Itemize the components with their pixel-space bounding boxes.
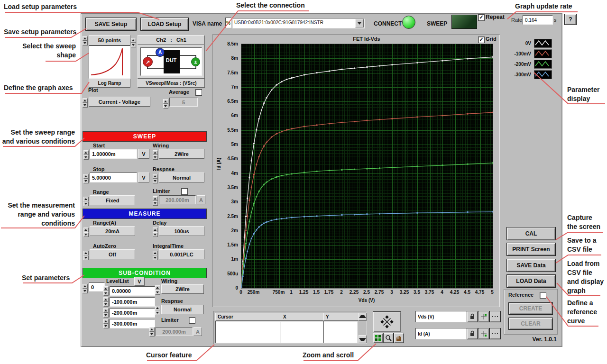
spinner[interactable] xyxy=(83,197,89,206)
cal-button[interactable]: CAL xyxy=(506,227,556,240)
y-tick-label: 1.5m xyxy=(227,242,238,247)
cursor-y-readout[interactable]: Id (A) xyxy=(415,328,468,339)
hand-icon xyxy=(395,335,402,341)
spinner[interactable] xyxy=(153,150,158,160)
plot-type-selector[interactable]: Current - Voltage xyxy=(89,97,150,107)
cursor-lock-button-x[interactable] xyxy=(467,311,478,322)
spinner[interactable] xyxy=(83,284,88,293)
grid-checkbox[interactable] xyxy=(478,36,485,43)
spinner[interactable] xyxy=(103,297,109,307)
level-field-3[interactable]: -300.000m xyxy=(110,319,155,328)
repeat-checkbox[interactable] xyxy=(478,14,485,21)
cursor-marker-button-x[interactable] xyxy=(489,311,501,322)
cursor-x-readout[interactable]: Vds (V) xyxy=(415,311,468,322)
spinner[interactable] xyxy=(163,99,168,109)
measure-range-label: Range(A) xyxy=(93,220,116,226)
reference-checkbox[interactable] xyxy=(540,292,546,299)
cursor-marker-button-y[interactable] xyxy=(489,328,501,339)
cursor-scroll-down-icon[interactable] xyxy=(359,335,367,343)
points-selector[interactable]: 50 points xyxy=(89,35,130,46)
level-field-1[interactable]: -100.000m xyxy=(110,297,155,307)
x-axis-label: Vds (V) xyxy=(336,298,397,303)
spinner[interactable] xyxy=(103,319,109,328)
repeat-label: Repeat xyxy=(486,14,505,20)
visa-name-combo[interactable]: USB0:0x0B21:0x002C:91G817942:INSTR xyxy=(232,18,365,28)
sweep-wiring-selector[interactable]: 2Wire xyxy=(159,149,204,159)
spinner[interactable] xyxy=(155,285,160,295)
spinner[interactable] xyxy=(153,228,158,237)
save-setup-button[interactable]: SAVE Setup xyxy=(85,18,137,31)
cursor-mover-button[interactable] xyxy=(373,311,401,332)
subcondition-index-field[interactable]: 0 xyxy=(89,282,105,291)
measure-delay-selector[interactable]: 100us xyxy=(159,226,204,236)
annotation-save-setup: Save setup parameters xyxy=(4,27,76,36)
legend-swatch[interactable] xyxy=(534,39,552,48)
spinner[interactable] xyxy=(83,36,88,46)
sweep-shape-preview[interactable] xyxy=(89,46,130,79)
x-tick-label: 3.5 xyxy=(414,290,420,295)
spinner[interactable] xyxy=(153,251,158,260)
cursor-scroll-up-icon[interactable] xyxy=(359,313,367,321)
levellist-unit[interactable]: V xyxy=(134,277,145,286)
create-button[interactable]: CREATE xyxy=(508,302,553,315)
cursor-style-button-y[interactable] xyxy=(478,328,489,339)
spinner[interactable] xyxy=(149,327,155,337)
spinner[interactable] xyxy=(83,150,89,160)
cursor-style-button-x[interactable] xyxy=(478,311,489,322)
sweep-start-unit: V xyxy=(138,149,149,159)
chevron-down-icon[interactable] xyxy=(355,19,364,27)
spinner[interactable] xyxy=(153,174,158,183)
spinner[interactable] xyxy=(83,174,89,183)
spinner[interactable] xyxy=(103,286,109,296)
cursor-lock-button-y[interactable] xyxy=(467,328,478,339)
legend-swatch[interactable] xyxy=(534,70,552,79)
spinner[interactable] xyxy=(155,306,160,315)
average-field[interactable]: 5 xyxy=(169,98,198,107)
level-field-0[interactable]: 0.00000 xyxy=(110,286,155,296)
pan-tool-button[interactable] xyxy=(394,333,404,343)
spinner[interactable] xyxy=(153,196,158,206)
sweep-start-field[interactable]: 1.00000m xyxy=(90,149,137,159)
sweep-range-selector[interactable]: Fixed xyxy=(90,195,135,205)
rate-field[interactable]: 0.164 xyxy=(523,15,553,25)
measure-integraltime-selector[interactable]: 0.001PLC xyxy=(159,249,204,259)
load-data-button[interactable]: LOAD Data xyxy=(506,274,556,288)
x-tick-label: 3 xyxy=(390,290,393,295)
cursor-name-cell[interactable] xyxy=(215,321,281,343)
spinner[interactable] xyxy=(131,38,136,47)
sweep-response-selector[interactable]: Normal xyxy=(159,173,204,182)
measure-autozero-selector[interactable]: Off xyxy=(90,249,135,259)
subcondition-limiter-label: Limiter xyxy=(161,317,179,323)
spinner[interactable] xyxy=(103,308,109,318)
subcondition-wiring-selector[interactable]: 2Wire xyxy=(161,284,204,294)
clear-button[interactable]: CLEAR xyxy=(508,318,553,330)
sweep-stop-field[interactable]: 5.00000 xyxy=(90,173,137,182)
help-button[interactable]: ? xyxy=(564,14,577,25)
spinner[interactable] xyxy=(83,251,89,260)
spinner[interactable] xyxy=(83,98,88,108)
cursor-y-cell[interactable] xyxy=(323,321,358,343)
average-checkbox[interactable] xyxy=(195,89,202,96)
sweep-limiter-checkbox[interactable] xyxy=(181,188,188,195)
subcondition-limiter-checkbox[interactable] xyxy=(189,317,195,324)
plot-canvas[interactable] xyxy=(241,44,493,289)
x-tick-label: 4.5 xyxy=(464,290,470,295)
legend-swatch[interactable] xyxy=(534,49,552,58)
save-data-button[interactable]: SAVE Data xyxy=(506,259,556,272)
channel-selector[interactable]: Ch2 : Ch1 xyxy=(138,35,205,45)
dut-connection-diagram[interactable]: DUT A xyxy=(138,45,205,79)
dut-label: DUT xyxy=(163,57,179,63)
level-field-2[interactable]: -200.000m xyxy=(110,308,155,318)
legend-item: -300mV xyxy=(505,69,560,80)
legend-swatch[interactable] xyxy=(534,60,552,69)
spinner[interactable] xyxy=(83,228,89,237)
load-setup-button[interactable]: LOAD Setup xyxy=(140,18,189,31)
cursor-x-cell[interactable] xyxy=(281,321,323,343)
cursor-tool-button[interactable] xyxy=(373,333,383,343)
lock-icon xyxy=(469,330,476,337)
measure-range-selector[interactable]: 20mA xyxy=(90,226,135,236)
print-screen-button[interactable]: PRINT Screen xyxy=(506,243,556,256)
zoom-tool-button[interactable] xyxy=(383,333,394,343)
sweep-shape-name[interactable]: Log Ramp xyxy=(89,79,130,88)
subcondition-response-selector[interactable]: Normal xyxy=(161,305,204,314)
